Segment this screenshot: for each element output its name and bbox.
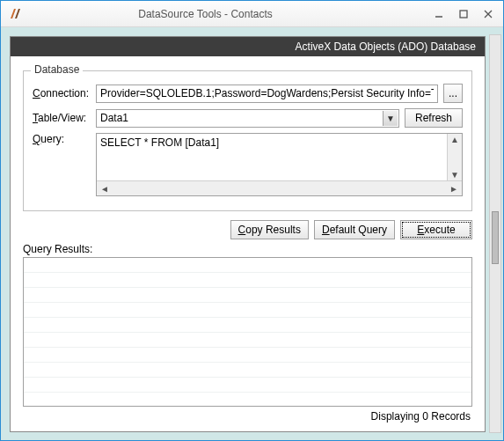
action-button-row: Copy Results Default Query Execute [23, 220, 472, 239]
panel-body: Database Connection: ... Table/View: Dat… [11, 56, 485, 431]
connection-label: Connection: [33, 87, 96, 99]
default-query-button[interactable]: Default Query [314, 220, 395, 239]
scroll-down-icon[interactable]: ▼ [450, 169, 459, 180]
window-title: DataSource Tools - Contacts [27, 8, 383, 20]
maximize-button[interactable] [452, 5, 475, 23]
svg-rect-1 [460, 11, 467, 18]
connection-input[interactable] [96, 85, 438, 103]
minimize-button[interactable] [427, 5, 450, 23]
query-textarea[interactable] [97, 134, 447, 180]
client-area: ActiveX Data Objects (ADO) Database Data… [1, 27, 503, 440]
query-horizontal-scrollbar[interactable]: ◄ ► [97, 180, 462, 195]
scroll-left-icon[interactable]: ◄ [97, 184, 113, 194]
groupbox-legend: Database [31, 63, 83, 76]
main-panel: ActiveX Data Objects (ADO) Database Data… [10, 36, 486, 432]
query-label: Query: [33, 133, 96, 145]
close-button[interactable] [477, 5, 500, 23]
outer-vertical-scrollbar[interactable] [489, 34, 501, 433]
copy-results-button[interactable]: Copy Results [230, 220, 309, 239]
scrollbar-thumb[interactable] [492, 211, 499, 264]
query-results-label: Query Results: [23, 243, 472, 255]
query-vertical-scrollbar[interactable]: ▲ ▼ [447, 134, 462, 180]
app-icon [8, 7, 22, 21]
execute-button[interactable]: Execute [400, 220, 472, 239]
status-text: Displaying 0 Records [23, 407, 472, 423]
query-box: ▲ ▼ ◄ ► [96, 133, 463, 196]
query-results-grid[interactable] [23, 257, 472, 407]
tableview-label: Table/View: [33, 112, 96, 124]
scroll-up-icon[interactable]: ▲ [450, 134, 459, 145]
panel-header: ActiveX Data Objects (ADO) Database [11, 37, 485, 56]
database-groupbox: Database Connection: ... Table/View: Dat… [23, 70, 472, 211]
window-titlebar: DataSource Tools - Contacts [1, 1, 503, 27]
connection-browse-button[interactable]: ... [443, 84, 463, 103]
tableview-select[interactable]: Data1 [96, 109, 399, 128]
scroll-right-icon[interactable]: ► [446, 184, 462, 194]
refresh-button[interactable]: Refresh [405, 108, 463, 128]
